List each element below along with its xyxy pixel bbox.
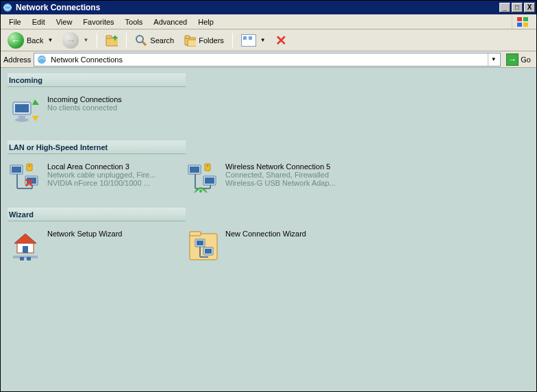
item-sub2: Wireless-G USB Network Adap... [225,179,336,187]
menu-help[interactable]: Help [192,16,219,27]
svg-rect-28 [190,167,199,173]
svg-point-25 [29,165,31,167]
titlebar: Network Connections _ □ X [1,1,536,14]
up-folder-icon [105,34,118,47]
up-button[interactable] [101,32,122,49]
menubar: File Edit View Favorites Tools Advanced … [1,14,536,29]
network-setup-wizard-icon [9,230,42,262]
item-wireless-5[interactable]: Wireless Network Connection 5 Connected,… [186,161,357,197]
back-dropdown-icon[interactable]: ▼ [47,37,53,43]
address-bar: Address Network Connections ▼ → Go [1,51,536,68]
svg-rect-14 [15,104,29,112]
svg-rect-6 [106,36,112,38]
item-name: New Connection Wizard [225,230,306,238]
toolbar-separator [97,33,97,48]
svg-rect-41 [20,257,24,260]
menu-edit[interactable]: Edit [27,16,51,27]
svg-rect-48 [205,249,212,254]
maximize-button[interactable]: □ [512,3,523,12]
go-arrow-icon: → [506,53,519,66]
section-header-incoming: Incoming [8,73,186,87]
folders-button[interactable]: Folders [179,32,228,49]
svg-point-16 [15,118,29,122]
wireless-connection-icon [187,162,220,195]
toolbar: ← Back ▼ → ▼ Search Folders [1,29,536,51]
app-icon [2,2,13,13]
menu-favorites[interactable]: Favorites [77,16,119,27]
address-dropdown-icon[interactable]: ▼ [488,53,499,66]
svg-rect-15 [18,116,25,118]
svg-point-0 [3,3,12,12]
toolbar-separator-2 [126,33,127,48]
lan-connection-icon: ✕ [9,162,42,195]
svg-rect-42 [27,257,31,260]
svg-point-12 [38,56,46,64]
forward-arrow-icon: → [62,32,79,49]
svg-point-35 [207,165,209,167]
section-header-wizard: Wizard [8,208,186,221]
back-button[interactable]: ← Back ▼ [3,32,57,49]
svg-rect-39 [23,246,28,253]
forward-dropdown-icon[interactable]: ▼ [83,37,88,43]
window-title: Network Connections [16,3,100,12]
svg-rect-10 [185,36,190,38]
item-new-connection-wizard[interactable]: New Connection Wizard [186,228,357,264]
back-label: Back [27,36,43,45]
svg-rect-11 [188,40,196,47]
svg-rect-18 [12,167,21,173]
views-dropdown-icon[interactable]: ▼ [260,37,266,43]
new-connection-wizard-icon [187,230,220,262]
folders-icon [184,34,196,47]
svg-rect-1 [517,17,522,21]
item-incoming-connections[interactable]: Incoming Connections No clients connecte… [8,94,179,130]
item-name: Local Area Connection 3 [47,162,155,171]
lan-items: ✕ Local Area Connection 3 Network cable … [8,161,529,197]
item-lan-3[interactable]: ✕ Local Area Connection 3 Network cable … [8,161,179,197]
svg-rect-44 [190,232,201,236]
svg-rect-2 [523,17,528,21]
svg-point-7 [136,36,143,42]
go-button[interactable]: → Go [503,53,534,66]
svg-point-36 [199,190,202,193]
svg-rect-30 [205,177,214,184]
views-icon [241,34,256,47]
item-sub2: NVIDIA nForce 10/100/1000 ... [47,179,155,187]
svg-marker-38 [14,234,36,243]
item-sub1: No clients connected [47,103,122,112]
wizard-items: Network Setup Wizard New Connection Wiza… [8,228,529,264]
close-button[interactable]: X [524,3,535,12]
menu-advanced[interactable]: Advanced [148,16,192,27]
menu-file[interactable]: File [3,16,27,27]
svg-rect-3 [517,23,522,27]
item-name: Incoming Connections [47,95,122,103]
go-label: Go [521,56,531,64]
menu-view[interactable]: View [51,16,78,27]
search-label: Search [150,36,174,45]
svg-text:✕: ✕ [24,176,34,190]
svg-line-8 [142,42,146,45]
svg-rect-4 [523,23,528,27]
address-value: Network Connections [51,56,485,64]
item-network-setup-wizard[interactable]: Network Setup Wizard [8,228,179,264]
window-root: Network Connections _ □ X File Edit View… [0,0,537,392]
menu-tools[interactable]: Tools [120,16,149,27]
minimize-button[interactable]: _ [499,3,510,12]
search-icon [135,34,147,47]
folders-label: Folders [199,36,224,45]
delete-x-icon: ✕ [275,32,287,49]
forward-button[interactable]: → ▼ [58,32,92,49]
address-input[interactable]: Network Connections ▼ [34,53,501,66]
windows-flag-icon [512,15,534,29]
svg-rect-5 [106,38,118,46]
toolbar-separator-3 [232,33,233,48]
content-pane: Incoming Incoming Connections No clients… [1,68,536,391]
back-arrow-icon: ← [8,32,24,49]
delete-button[interactable]: ✕ [271,32,291,49]
address-icon [36,53,48,66]
svg-rect-46 [197,241,203,245]
incoming-items: Incoming Connections No clients connecte… [8,94,529,130]
item-sub1: Connected, Shared, Firewalled [225,171,336,179]
search-button[interactable]: Search [131,32,178,49]
svg-rect-40 [13,256,38,258]
views-button[interactable]: ▼ [237,32,270,49]
